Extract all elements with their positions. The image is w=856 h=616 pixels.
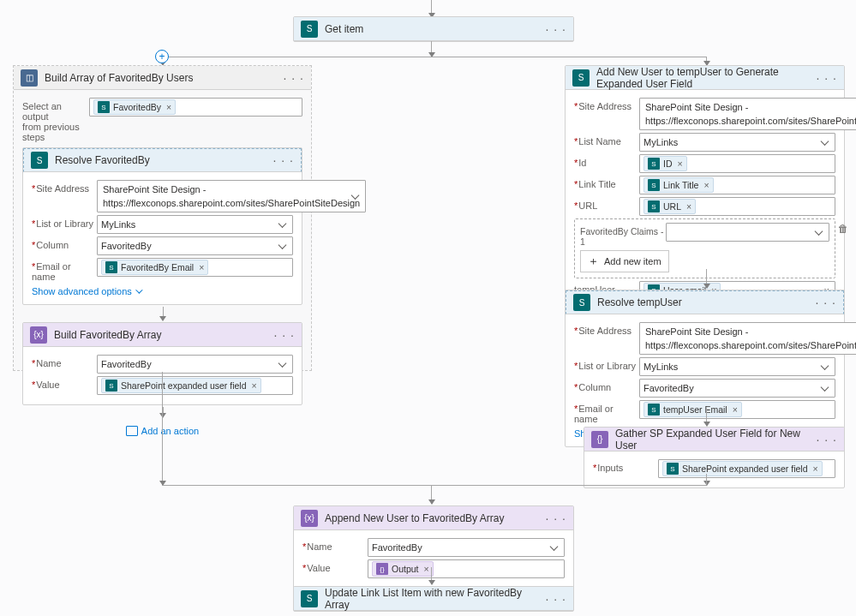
sharepoint-token-icon: S [105,261,117,273]
append-array-card[interactable]: {x} Append New User to FavoritedBy Array… [293,505,574,589]
remove-token-icon[interactable]: × [678,158,683,169]
menu-icon[interactable]: · · · [546,22,566,36]
menu-icon[interactable]: · · · [817,71,837,85]
linktitle-field[interactable]: SLink Title× [639,176,835,194]
show-advanced-link[interactable]: Show advanced options [32,286,141,296]
site-address-field[interactable]: SharePoint Site Design - https://flexcon… [639,98,856,130]
sharepoint-token-icon: S [667,463,679,475]
get-item-card[interactable]: S Get item · · · [293,16,574,42]
name-label: Name [32,355,97,368]
sharepoint-token-icon: S [105,380,117,392]
sharepoint-icon: S [301,21,318,38]
remove-token-icon[interactable]: × [733,404,738,415]
name-label: Name [302,538,368,552]
variable-icon: {x} [301,510,318,527]
left-loop-title: Build Array of FavoritedBy Users [45,72,284,84]
sharepoint-icon: S [573,294,590,311]
value-label: Value [302,559,368,573]
sharepoint-icon: S [572,69,590,87]
site-address-field[interactable]: SharePoint Site Design - https://flexcon… [97,180,366,212]
gather-title: Gather SP Expanded User Field for New Us… [615,428,817,452]
sharepoint-token-icon: S [648,179,660,191]
id-field[interactable]: SID× [639,154,835,173]
compose-icon: {} [591,431,608,448]
menu-icon[interactable]: · · · [817,433,837,446]
variable-icon: {x} [30,326,47,344]
update-link-list-item-card[interactable]: S Update Link List Item with new Favorit… [293,586,574,612]
name-field[interactable]: FavoritedBy [368,538,565,557]
email-field[interactable]: StempUser Email× [639,400,835,419]
column-label: Column [32,236,97,250]
delete-icon[interactable]: 🗑 [838,223,850,235]
inputs-field[interactable]: SSharePoint expanded user field× [658,459,835,478]
resolve-title: Resolve FavoritedBy [55,154,273,166]
url-field[interactable]: SURL× [639,197,835,216]
listname-label: List Name [574,133,639,147]
add-action-icon [126,426,138,436]
add-new-user-title: Add New User to tempUser to Generate Exp… [596,66,817,90]
list-field[interactable]: MyLinks [639,357,835,376]
list-label: List or Library [574,357,639,371]
linktitle-label: Link Title [574,176,639,189]
resolve-temp-title: Resolve tempUser [597,296,816,308]
add-new-item-button[interactable]: ＋Add new item [580,250,669,272]
sharepoint-icon: S [31,152,48,169]
email-label: Email or name [32,258,97,282]
claims-field[interactable] [666,223,829,242]
menu-icon[interactable]: · · · [816,296,836,309]
gather-card[interactable]: {} Gather SP Expanded User Field for New… [584,427,845,488]
sharepoint-token-icon: S [648,158,660,170]
column-label: Column [574,379,639,392]
compose-token-icon: {} [376,563,388,575]
sharepoint-icon: S [301,590,318,607]
claims-group: FavoritedBy Claims - 1 🗑 ＋Add new item [574,218,835,278]
get-item-title: Get item [325,23,546,35]
menu-icon[interactable]: · · · [546,511,566,525]
build-array-title: Build FavoritedBy Array [54,329,274,341]
remove-token-icon[interactable]: × [703,180,709,190]
menu-icon[interactable]: · · · [284,71,304,85]
sharepoint-token-icon: S [648,404,660,416]
list-label: List or Library [32,215,97,229]
id-label: Id [574,154,639,168]
remove-token-icon[interactable]: × [686,201,691,212]
site-address-label: Site Address [574,322,639,336]
column-field[interactable]: FavoritedBy [97,236,293,255]
sharepoint-token-icon: S [648,200,660,212]
claims-label: FavoritedBy Claims - 1 [580,223,666,247]
update-title: Update Link List Item with new Favorited… [325,587,546,611]
menu-icon[interactable]: · · · [274,328,295,342]
output-hint-label: Select an output from previous steps [22,98,89,142]
sharepoint-token-icon: S [98,101,110,113]
email-field[interactable]: SFavoritedBy Email× [97,258,293,277]
list-field[interactable]: MyLinks [97,215,293,234]
remove-token-icon[interactable]: × [199,262,204,272]
value-label: Value [32,376,97,390]
value-field[interactable]: {}Output× [368,559,565,578]
append-title: Append New User to FavoritedBy Array [325,512,546,524]
apply-each-output-field[interactable]: SFavoritedBy× [89,98,302,117]
add-branch-button[interactable]: + [155,50,169,63]
remove-token-icon[interactable]: × [252,380,257,391]
resolve-favoritedby-card[interactable]: S Resolve FavoritedBy · · · Site Address… [22,147,302,305]
menu-icon[interactable]: · · · [273,153,294,167]
inputs-label: Inputs [593,459,658,473]
listname-field[interactable]: MyLinks [639,133,835,152]
remove-token-icon[interactable]: × [813,463,818,474]
build-array-container: ◫ Build Array of FavoritedBy Users · · ·… [13,65,312,371]
value-field[interactable]: SSharePoint expanded user field× [97,376,293,395]
site-address-label: Site Address [574,98,639,111]
column-field[interactable]: FavoritedBy [639,379,835,398]
apply-to-each-icon: ◫ [21,69,38,87]
remove-token-icon[interactable]: × [166,102,171,112]
site-address-label: Site Address [32,180,97,194]
url-label: URL [574,197,639,211]
menu-icon[interactable]: · · · [546,592,566,606]
name-field[interactable]: FavoritedBy [97,355,293,374]
remove-token-icon[interactable]: × [424,564,429,574]
site-address-field[interactable]: SharePoint Site Design - https://flexcon… [639,322,856,355]
email-label: Email or name [574,400,639,424]
